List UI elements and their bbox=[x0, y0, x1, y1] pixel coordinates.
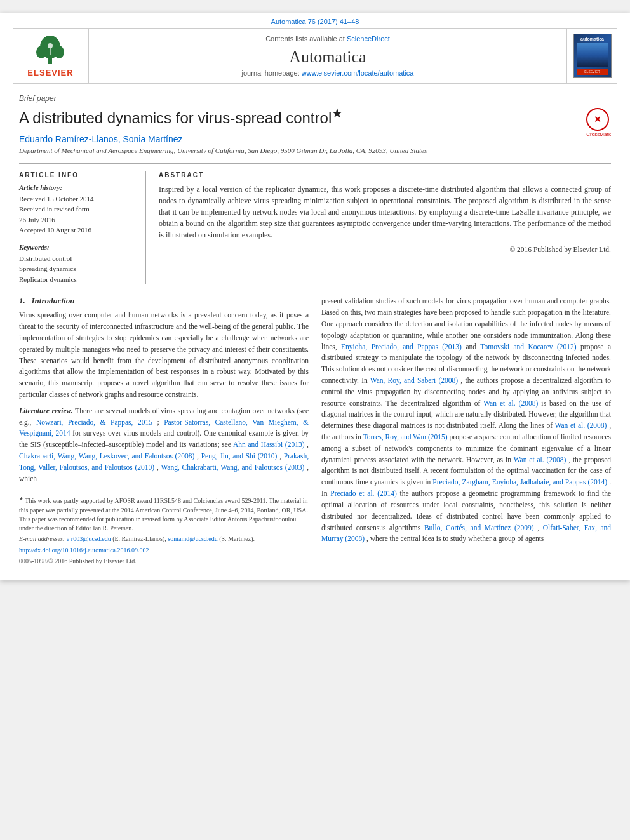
journal-ref: Automatica 76 (2017) 41–48 bbox=[0, 13, 630, 28]
header-center: Contents lists available at ScienceDirec… bbox=[89, 29, 566, 83]
cover-title: automatica bbox=[580, 37, 604, 41]
abstract-col: ABSTRACT Inspired by a local version of … bbox=[159, 171, 611, 285]
body-right-col: present validation studies of such model… bbox=[321, 296, 611, 568]
sciencedirect-link[interactable]: ScienceDirect bbox=[347, 35, 390, 43]
brief-paper-label: Brief paper bbox=[19, 94, 611, 103]
ref-wang2003[interactable]: Wang, Chakrabarti, Wang, and Faloutsos (… bbox=[161, 463, 304, 471]
keywords-label: Keywords: bbox=[19, 243, 137, 251]
history-label: Article history: bbox=[19, 183, 137, 191]
elsevier-text: ELSEVIER bbox=[27, 68, 73, 77]
abstract-text: Inspired by a local version of the repli… bbox=[159, 183, 611, 241]
ref-wan-et-al[interactable]: Wan et al. (2008) bbox=[483, 399, 538, 407]
svg-point-4 bbox=[48, 43, 53, 48]
right-col-text: present validation studies of such model… bbox=[321, 296, 611, 545]
elsevier-logo: ELSEVIER bbox=[27, 34, 73, 77]
ref-wan-2008c[interactable]: Wan et al. (2008) bbox=[514, 456, 566, 463]
abstract-header: ABSTRACT bbox=[159, 171, 611, 178]
ref-preciado-et-al[interactable]: Preciado et al. (2014) bbox=[330, 490, 397, 497]
authors: Eduardo Ramírez-Llanos, Sonia Martínez bbox=[19, 134, 611, 144]
svg-point-2 bbox=[36, 46, 46, 58]
doi-line: http://dx.doi.org/10.1016/j.automatica.2… bbox=[19, 546, 309, 555]
issn-line: 0005-1098/© 2016 Published by Elsevier L… bbox=[19, 557, 309, 566]
article-info-col: ARTICLE INFO Article history: Received 1… bbox=[19, 171, 146, 285]
svg-point-3 bbox=[54, 46, 64, 58]
journal-homepage: journal homepage: www.elsevier.com/locat… bbox=[242, 69, 414, 77]
homepage-url-link[interactable]: www.elsevier.com/locate/automatica bbox=[302, 69, 414, 77]
ref-wan2008[interactable]: Wan, Roy, and Saberi (2008) bbox=[370, 377, 458, 384]
keywords-list: Distributed control Spreading dynamics R… bbox=[19, 253, 137, 285]
article-info-abstract: ARTICLE INFO Article history: Received 1… bbox=[19, 163, 611, 285]
body-section: 1. Introduction Virus spreading over com… bbox=[19, 296, 611, 568]
footnote-area: ★ This work was partly supported by AFOS… bbox=[19, 491, 309, 565]
contents-line: Contents lists available at ScienceDirec… bbox=[265, 35, 390, 43]
ref-ahn[interactable]: Ahn and Hassibi (2013) bbox=[233, 441, 304, 448]
ref-bullo[interactable]: Bullo, Cortés, and Martínez (2009) bbox=[424, 524, 534, 531]
ref-wan-2008b[interactable]: Wan et al. (2008) bbox=[554, 422, 607, 429]
keywords-section: Keywords: Distributed control Spreading … bbox=[19, 243, 137, 285]
paper-title: A distributed dynamics for virus-spread … bbox=[19, 105, 611, 128]
email2-link[interactable]: soniamd@ucsd.edu bbox=[168, 535, 217, 542]
footnote-star: ★ This work was partly supported by AFOS… bbox=[19, 495, 309, 532]
ref-enyioha[interactable]: Enyioha, Preciado, and Pappas (2013) bbox=[341, 343, 462, 350]
email1-link[interactable]: ejr003@ucsd.edu bbox=[67, 535, 111, 542]
ref-torres[interactable]: Torres, Roy, and Wan (2015) bbox=[363, 433, 448, 441]
page: Automatica 76 (2017) 41–48 ELSEVIER bbox=[0, 13, 630, 580]
ref-tomovski[interactable]: Tomovski and Kocarev (2012) bbox=[480, 343, 576, 350]
main-content: Brief paper ✕ CrossMark A distributed dy… bbox=[0, 84, 630, 580]
doi-link[interactable]: http://dx.doi.org/10.1016/j.automatica.2… bbox=[19, 547, 149, 554]
ref-chakrabarti[interactable]: Chakrabarti, Wang, Wang, Leskovec, and F… bbox=[19, 452, 194, 460]
automatica-cover: automatica ELSEVIER bbox=[573, 34, 612, 78]
elsevier-logo-container: ELSEVIER bbox=[13, 29, 89, 83]
journal-ref-text: Automatica 76 (2017) 41–48 bbox=[271, 18, 359, 25]
ref-nowzari[interactable]: Nowzari, Preciado, & Pappas, 2015 bbox=[36, 418, 152, 426]
affiliation: Department of Mechanical and Aerospace E… bbox=[19, 147, 611, 154]
title-area: ✕ CrossMark A distributed dynamics for v… bbox=[19, 105, 611, 128]
journal-title: Automatica bbox=[289, 48, 366, 67]
section-1-title: 1. Introduction bbox=[19, 296, 309, 306]
crossmark-badge: ✕ CrossMark bbox=[586, 108, 611, 137]
header-bar: ELSEVIER Contents lists available at Sci… bbox=[13, 28, 617, 84]
article-info-header: ARTICLE INFO bbox=[19, 171, 137, 178]
footnote-email: E-mail addresses: ejr003@ucsd.edu (E. Ra… bbox=[19, 535, 309, 543]
history-dates: Received 15 October 2014 Received in rev… bbox=[19, 194, 137, 236]
intro-para1: Virus spreading over computer and human … bbox=[19, 310, 309, 484]
crossmark-icon: ✕ bbox=[586, 108, 609, 131]
intro-para2: Literature review. There are several mod… bbox=[19, 406, 309, 485]
copyright: © 2016 Published by Elsevier Ltd. bbox=[159, 246, 611, 253]
ref-peng[interactable]: Peng, Jin, and Shi (2010) bbox=[201, 452, 278, 460]
elsevier-tree-icon bbox=[31, 34, 69, 66]
ref-preciado2014[interactable]: Preciado, Zargham, Enyioha, Jadbabaie, a… bbox=[432, 478, 607, 486]
body-left-col: 1. Introduction Virus spreading over com… bbox=[19, 296, 309, 568]
journal-cover-container: automatica ELSEVIER bbox=[566, 29, 617, 83]
